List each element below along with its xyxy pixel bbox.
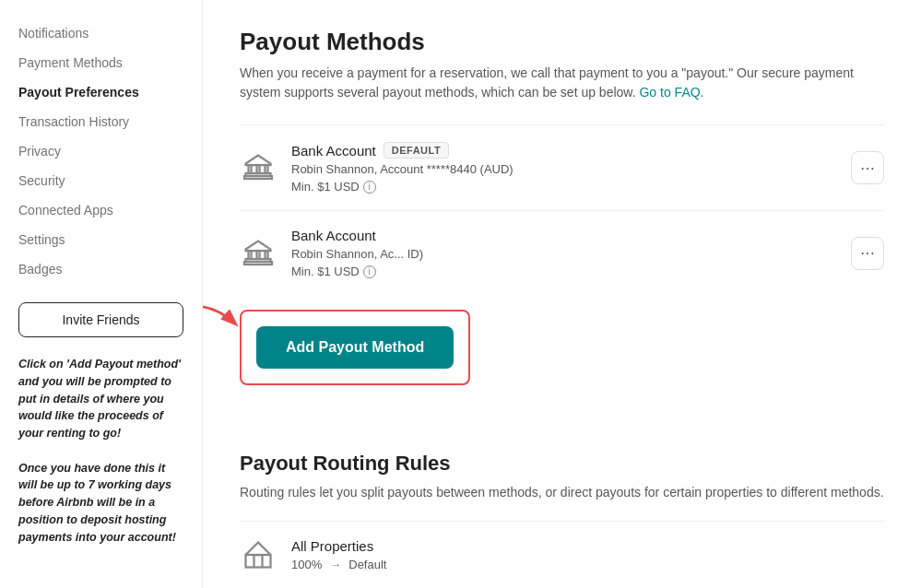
payment-card-1: Bank Account DEFAULT Robin Shannon, Acco… <box>240 124 884 210</box>
rule-percent: 100% <box>291 558 322 571</box>
routing-rules-desc: Routing rules let you split payouts betw… <box>240 483 884 502</box>
svg-rect-0 <box>249 165 252 173</box>
rule-details-1: All Properties 100% → Default <box>291 538 884 571</box>
card-account-1: Robin Shannon, Account *****8440 (AUD) <box>291 162 836 176</box>
svg-rect-9 <box>244 262 272 265</box>
payout-methods-desc: When you receive a payment for a reserva… <box>240 64 884 102</box>
default-badge-1: DEFAULT <box>384 142 449 159</box>
svg-rect-6 <box>257 251 260 259</box>
sidebar-item-payment-methods[interactable]: Payment Methods <box>0 48 202 77</box>
house-icon <box>240 536 277 573</box>
card-menu-button-1[interactable]: ⋯ <box>851 151 884 184</box>
sidebar-item-privacy[interactable]: Privacy <box>0 136 202 166</box>
sidebar-item-badges[interactable]: Badges <box>0 254 202 284</box>
card-menu-button-2[interactable]: ⋯ <box>851 237 884 270</box>
card-account-2: Robin Shannon, Ac... ID) <box>291 247 836 261</box>
card-type-2: Bank Account <box>291 228 376 243</box>
bank-icon-2 <box>240 235 277 272</box>
payout-methods-title: Payout Methods <box>240 28 884 56</box>
card-name-row-1: Bank Account DEFAULT <box>291 142 836 159</box>
sidebar-item-security[interactable]: Security <box>0 166 202 195</box>
card-details-1: Bank Account DEFAULT Robin Shannon, Acco… <box>291 142 836 194</box>
annotation-part2: Once you have done this it will be up to… <box>18 460 183 547</box>
annotation-block: Click on 'Add Payout method' and you wil… <box>18 356 183 546</box>
payment-card-2: Bank Account Robin Shannon, Ac... ID) Mi… <box>240 210 884 295</box>
rule-destination: Default <box>348 558 386 571</box>
main-content: Payout Methods When you receive a paymen… <box>203 0 921 588</box>
card-min-1: Min. $1 USD i <box>291 180 836 194</box>
svg-rect-2 <box>266 165 268 173</box>
bank-icon-1 <box>240 149 277 186</box>
routing-rule-1: All Properties 100% → Default <box>240 521 884 588</box>
info-icon-2[interactable]: i <box>363 265 376 278</box>
svg-rect-1 <box>257 165 260 173</box>
add-payout-method-button[interactable]: Add Payout Method <box>256 326 454 369</box>
card-type-1: Bank Account <box>291 143 376 159</box>
info-icon-1[interactable]: i <box>363 181 376 194</box>
sidebar-item-notifications[interactable]: Notifications <box>0 18 202 48</box>
svg-rect-10 <box>246 555 271 568</box>
routing-rules-title: Payout Routing Rules <box>240 452 884 476</box>
faq-link[interactable]: Go to FAQ. <box>639 85 703 100</box>
card-name-row-2: Bank Account <box>291 228 836 243</box>
routing-rules-section: Payout Routing Rules Routing rules let y… <box>240 452 884 588</box>
svg-rect-7 <box>266 251 268 259</box>
sidebar: Notifications Payment Methods Payout Pre… <box>0 0 203 588</box>
sidebar-item-connected-apps[interactable]: Connected Apps <box>0 195 202 225</box>
rule-name-1: All Properties <box>291 538 884 554</box>
sidebar-item-payout-preferences[interactable]: Payout Preferences <box>0 77 202 107</box>
sidebar-item-transaction-history[interactable]: Transaction History <box>0 107 202 136</box>
add-payout-area: Add Payout Method <box>240 310 470 385</box>
svg-rect-5 <box>249 251 252 259</box>
sidebar-item-settings[interactable]: Settings <box>0 225 202 254</box>
rule-sub-1: 100% → Default <box>291 558 884 571</box>
card-details-2: Bank Account Robin Shannon, Ac... ID) Mi… <box>291 228 836 278</box>
annotation-part1: Click on 'Add Payout method' and you wil… <box>18 356 183 442</box>
svg-rect-4 <box>244 176 272 179</box>
card-min-2: Min. $1 USD i <box>291 265 836 278</box>
rule-arrow: → <box>329 558 341 571</box>
invite-friends-button[interactable]: Invite Friends <box>18 302 183 337</box>
